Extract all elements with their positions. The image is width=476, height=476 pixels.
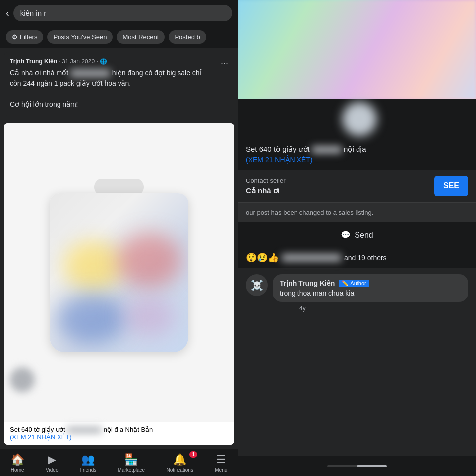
filter-tab-posted[interactable]: Posted b — [169, 30, 206, 44]
listing-info: Set 640 tờ giấy ướt nội địa (XEM 21 NHẬN… — [238, 139, 476, 170]
contact-label: Contact seller — [246, 177, 285, 184]
product-reviews-left[interactable]: (XEM 21 NHẬN XÉT) — [10, 433, 228, 441]
product-bag — [45, 186, 193, 359]
blurred-brand — [67, 427, 102, 433]
comment-author-name: Trịnh Trung Kiên — [280, 279, 335, 287]
bag-shape — [50, 193, 188, 352]
filter-tab-recent[interactable]: Most Recent — [117, 30, 165, 44]
product-section-left: Set 640 tờ giấy ướt nội địa Nhật Bản (XE… — [4, 123, 234, 445]
back-button[interactable]: ‹ — [6, 7, 9, 19]
send-button[interactable]: 💬 Send — [341, 230, 373, 239]
nav-home-label: Home — [11, 467, 24, 473]
blurred-avatar-left — [10, 367, 35, 392]
comment-time: 4y — [273, 305, 468, 312]
reaction-emojis: 😲😢👍 — [246, 252, 279, 263]
contact-section: Contact seller Cả nhà ơi SEE — [238, 170, 476, 203]
search-bar: ‹ kiên in r — [0, 0, 238, 26]
product-label: Set 640 tờ giấy ướt nội địa Nhật Bản (XE… — [4, 422, 234, 445]
video-icon: ▶ — [48, 453, 56, 466]
right-avatar-mid — [342, 102, 377, 136]
notification-bar: our post has been changed to a sales lis… — [238, 203, 476, 222]
filter-tab-filters[interactable]: ⚙ Filters — [6, 30, 43, 44]
listing-reviews-right[interactable]: (XEM 21 NHẬN XÉT) — [246, 156, 468, 164]
scrollbar-thumb[interactable] — [357, 465, 387, 467]
post-text: Cả nhà ơi nhà mốt hiện đang có đợt big s… — [10, 68, 228, 110]
filter-tab-seen[interactable]: Posts You've Seen — [47, 30, 113, 44]
nav-notifications-label: Notifications — [166, 467, 193, 473]
product-title-left: Set 640 tờ giấy ướt nội địa Nhật Bản — [10, 426, 228, 433]
messenger-icon: 💬 — [341, 230, 351, 239]
blurred-listing-name — [312, 146, 342, 153]
bottom-scrollbar — [238, 456, 476, 476]
contact-name: Cả nhà ơi — [246, 186, 285, 195]
comment-content: Trịnh Trung Kiên ✏️ Author trong thoa ma… — [273, 274, 468, 312]
comment-author-row: Trịnh Trung Kiên ✏️ Author — [280, 279, 461, 287]
bag-patch-red — [117, 233, 181, 288]
blurred-reactor-names — [282, 254, 341, 261]
bag-patch-yellow — [63, 241, 123, 291]
edit-icon: ✏️ — [342, 280, 349, 287]
nav-friends-label: Friends — [80, 467, 96, 473]
reactions-bar: 😲😢👍 and 19 others — [238, 247, 476, 268]
nav-video-label: Video — [46, 467, 58, 473]
notification-badge: 1 — [189, 451, 197, 458]
contact-left: Contact seller Cả nhà ơi — [246, 177, 285, 195]
right-top-image — [238, 0, 476, 99]
comment-bubble: Trịnh Trung Kiên ✏️ Author trong thoa ma… — [273, 274, 468, 302]
avatar-skull-icon: ☠️ — [251, 279, 263, 291]
home-icon: 🏠 — [11, 453, 24, 466]
menu-icon: ☰ — [216, 453, 226, 466]
friends-icon: 👥 — [81, 453, 95, 466]
see-button[interactable]: SEE — [434, 176, 468, 196]
comment-section: ☠️ Trịnh Trung Kiên ✏️ Author trong thoa… — [238, 268, 476, 456]
post-card: Trịnh Trung Kiên · 31 Jan 2020 · 🌐 ··· C… — [4, 52, 234, 116]
nav-marketplace-label: Marketplace — [118, 467, 145, 473]
comment-item: ☠️ Trịnh Trung Kiên ✏️ Author trong thoa… — [238, 268, 476, 318]
filter-icon: ⚙ — [12, 33, 18, 41]
author-badge: ✏️ Author — [339, 280, 369, 287]
product-image-area — [4, 123, 234, 422]
nav-menu-label: Menu — [215, 467, 227, 473]
post-meta: Trịnh Trung Kiên · 31 Jan 2020 · 🌐 — [10, 58, 228, 65]
scrollbar-track — [327, 465, 387, 467]
marketplace-icon: 🏪 — [124, 453, 138, 466]
nav-friends[interactable]: 👥 Friends — [80, 453, 96, 473]
bottom-nav: 🏠 Home ▶ Video 👥 Friends 🏪 Marketplace 🔔… — [0, 449, 238, 476]
blurred-text-1 — [70, 70, 110, 77]
listing-title: Set 640 tờ giấy ướt nội địa — [246, 145, 468, 154]
post-date: · 31 Jan 2020 · 🌐 — [59, 58, 107, 65]
send-area: 💬 Send — [238, 222, 476, 247]
nav-home[interactable]: 🏠 Home — [11, 453, 24, 473]
left-panel: ‹ kiên in r ⚙ Filters Posts You've Seen … — [0, 0, 238, 476]
filter-tabs: ⚙ Filters Posts You've Seen Most Recent … — [0, 26, 238, 48]
nav-marketplace[interactable]: 🏪 Marketplace — [118, 453, 145, 473]
post-author: Trịnh Trung Kiên — [10, 58, 57, 65]
nav-notifications[interactable]: 🔔 1 Notifications — [166, 453, 193, 473]
bag-patch-pink — [125, 297, 175, 336]
right-panel: Set 640 tờ giấy ướt nội địa (XEM 21 NHẬN… — [238, 0, 476, 476]
search-input[interactable]: kiên in r — [13, 5, 232, 21]
bag-patch-blue — [57, 295, 126, 344]
nav-menu[interactable]: ☰ Menu — [215, 453, 227, 473]
nav-video[interactable]: ▶ Video — [46, 453, 58, 473]
reactions-suffix: and 19 others — [344, 254, 387, 262]
comment-avatar: ☠️ — [246, 274, 268, 296]
bell-icon: 🔔 — [173, 453, 186, 466]
right-top-blur — [238, 0, 476, 99]
comment-text: trong thoa man chua kia — [280, 289, 461, 297]
more-button[interactable]: ··· — [221, 58, 228, 68]
